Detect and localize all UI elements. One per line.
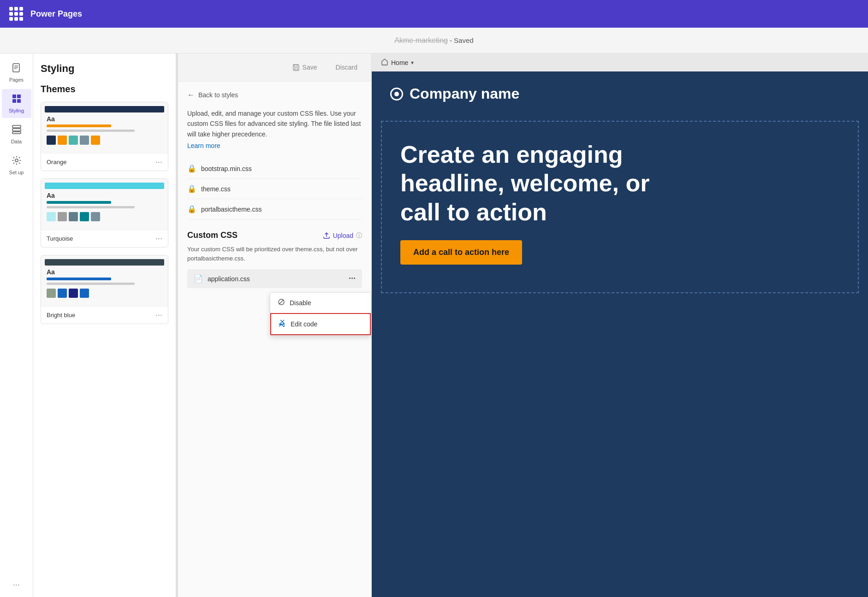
custom-css-title: Custom CSS (187, 231, 238, 240)
sidebar-item-styling[interactable]: Styling (2, 89, 31, 118)
lock-icon-theme: 🔒 (187, 184, 196, 193)
app-css-menu-button[interactable]: ··· (349, 274, 356, 284)
hero-headline: Create an engaging headline, welcome, or… (400, 140, 677, 226)
theme-name-brightblue: Bright blue (47, 312, 75, 319)
svg-rect-13 (294, 65, 297, 66)
site-name: Akme marketing (394, 36, 448, 45)
discard-label: Discard (336, 64, 357, 71)
css-filename-bootstrap: bootstrap.min.css (201, 165, 252, 172)
edit-code-menu-item[interactable]: Edit code (270, 313, 371, 335)
css-filename-theme: theme.css (201, 185, 231, 193)
document-title-area: Akme marketing - Saved (394, 36, 473, 45)
css-file-bootstrap: 🔒 bootstrap.min.css (187, 159, 362, 179)
back-label: Back to styles (198, 91, 238, 99)
file-icon: 📄 (194, 274, 203, 283)
context-menu: Disable Edit code (270, 292, 371, 336)
data-label: Data (11, 139, 22, 144)
svg-rect-9 (12, 129, 21, 131)
css-panel-content: ← Back to styles Upload, edit, and manag… (178, 82, 371, 297)
setup-icon (12, 155, 22, 168)
top-nav: Power Pages (0, 0, 868, 28)
sidebar-item-data[interactable]: Data (2, 120, 31, 149)
themes-panel: Styling Themes Aa Orange (33, 53, 176, 597)
company-radio (390, 88, 403, 100)
lock-icon-portal: 🔒 (187, 205, 196, 213)
sub-nav: Akme marketing - Saved (0, 28, 868, 53)
css-panel: Save Discard ← Back to styles Upload, ed… (178, 53, 372, 597)
theme-card-turquoise[interactable]: Aa Turquoise ··· (41, 178, 168, 248)
learn-more-link[interactable]: Learn more (187, 142, 362, 149)
styling-label: Styling (9, 108, 24, 113)
upload-button[interactable]: Upload ⓘ (323, 231, 362, 240)
save-button[interactable]: Save (288, 61, 322, 74)
styling-icon (12, 94, 22, 106)
pages-icon (12, 63, 22, 75)
svg-rect-8 (12, 125, 21, 128)
company-name: Company name (410, 85, 519, 102)
svg-rect-12 (295, 68, 297, 70)
svg-line-15 (279, 300, 284, 304)
hero-section: Create an engaging headline, welcome, or… (381, 121, 859, 293)
theme-card-orange[interactable]: Aa Orange ··· (41, 102, 168, 171)
css-panel-header: Save Discard (178, 53, 371, 82)
home-nav-label: Home (391, 59, 408, 66)
css-file-portal: 🔒 portalbasictheme.css (187, 199, 362, 219)
data-icon (12, 124, 22, 137)
upload-label: Upload (333, 232, 353, 239)
theme-name-turquoise: Turquoise (47, 235, 73, 242)
svg-point-11 (15, 159, 18, 162)
back-to-styles-link[interactable]: ← Back to styles (187, 91, 362, 99)
sidebar-item-setup[interactable]: Set up (2, 151, 31, 180)
disable-icon (278, 298, 285, 307)
info-icon: ⓘ (356, 231, 362, 240)
css-filename-portal: portalbasictheme.css (201, 206, 262, 213)
svg-rect-6 (12, 99, 16, 103)
pages-label: Pages (9, 77, 24, 83)
discard-button[interactable]: Discard (331, 61, 362, 74)
company-header: Company name (372, 71, 868, 112)
setup-label: Set up (9, 170, 24, 175)
more-dots: ... (13, 578, 20, 587)
theme-menu-turquoise[interactable]: ··· (155, 234, 162, 243)
theme-menu-orange[interactable]: ··· (155, 157, 162, 167)
custom-css-section: Custom CSS Upload ⓘ Your custom CSS will… (187, 231, 362, 288)
theme-card-brightblue[interactable]: Aa Bright blue ··· (41, 255, 168, 324)
edit-code-label: Edit code (291, 320, 317, 328)
disable-menu-item[interactable]: Disable (270, 293, 371, 313)
saved-status: - Saved (450, 36, 474, 44)
theme-menu-brightblue[interactable]: ··· (155, 310, 162, 320)
disable-label: Disable (290, 299, 311, 307)
css-file-theme: 🔒 theme.css (187, 179, 362, 199)
back-arrow-icon: ← (187, 91, 195, 99)
app-css-left: 📄 application.css (194, 274, 250, 283)
app-title: Power Pages (30, 9, 82, 19)
custom-css-header: Custom CSS Upload ⓘ (187, 231, 362, 240)
nav-chevron: ▾ (411, 59, 414, 66)
apps-grid-button[interactable] (9, 7, 23, 21)
home-nav-icon (381, 58, 388, 67)
preview-content: Company name Create an engaging headline… (372, 71, 868, 597)
preview-nav: Home ▾ (372, 53, 868, 71)
svg-rect-4 (12, 95, 16, 98)
more-options[interactable]: ... (13, 578, 20, 588)
main-layout: Pages Styling Data Set up ... Styling Th… (0, 53, 868, 597)
icon-sidebar: Pages Styling Data Set up ... (0, 53, 33, 597)
css-description: Upload, edit, and manage your custom CSS… (187, 108, 362, 139)
sidebar-item-pages[interactable]: Pages (2, 58, 31, 87)
vscode-icon (279, 319, 286, 329)
company-radio-inner (394, 92, 399, 96)
cta-button[interactable]: Add a call to action here (400, 240, 522, 265)
svg-rect-7 (17, 99, 21, 103)
svg-rect-10 (12, 132, 21, 134)
preview-area: Home ▾ Company name Create an engaging h… (372, 53, 868, 597)
custom-css-desc: Your custom CSS will be prioritized over… (187, 245, 362, 263)
panel-actions: Save Discard (288, 61, 362, 74)
app-css-name: application.css (208, 275, 250, 283)
theme-name-orange: Orange (47, 159, 66, 166)
application-css-row: 📄 application.css ··· Disable (187, 269, 362, 288)
save-label: Save (303, 64, 317, 71)
lock-icon-bootstrap: 🔒 (187, 164, 196, 173)
themes-title: Themes (41, 84, 168, 95)
svg-rect-5 (17, 95, 21, 98)
svg-rect-0 (13, 64, 19, 72)
